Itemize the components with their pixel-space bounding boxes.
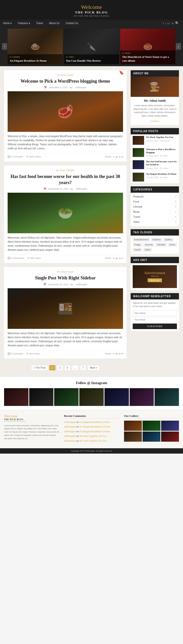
instagram-item[interactable] xyxy=(104,388,129,406)
slider-prev-button[interactable]: ‹ xyxy=(2,43,7,50)
comment-post[interactable]: An Elegant Breakfast At Home xyxy=(79,430,110,433)
comment-post[interactable]: An Elegant Breakfast At Home xyxy=(79,425,110,428)
category-item[interactable]: Travel 9 xyxy=(131,214,179,220)
comment-author[interactable]: SoftHopper xyxy=(64,421,76,423)
share-google-icon[interactable]: g+ xyxy=(116,352,118,355)
pagination-prev[interactable]: « The First xyxy=(31,365,48,370)
gallery-item[interactable] xyxy=(161,432,179,442)
newsletter-name-input[interactable] xyxy=(133,310,177,316)
tag-item[interactable]: Journey xyxy=(143,243,154,247)
tag-item[interactable]: Fashion xyxy=(151,238,162,242)
pagination-page-3[interactable]: 3 xyxy=(64,365,70,370)
post-cat-travel[interactable]: Travel xyxy=(67,74,73,76)
pagination-page-1[interactable]: 1 xyxy=(49,365,55,370)
popular-posts-widget: POPULAR POSTS We Work Together For Fun 0… xyxy=(131,128,179,183)
footer-blog-name: THE PICK BLOG xyxy=(4,418,59,421)
post-cat-food[interactable]: Food xyxy=(59,169,65,172)
pagination-page-7[interactable]: 7 xyxy=(80,365,86,370)
share-facebook-icon[interactable]: f xyxy=(113,352,113,355)
category-item[interactable]: Featured 4 xyxy=(131,194,179,199)
tag-item[interactable]: Video xyxy=(143,248,152,252)
popular-post-title[interactable]: Has fast food become worse for our healt… xyxy=(146,160,177,166)
social-linkedin[interactable]: in xyxy=(172,22,174,25)
popular-post-title[interactable]: We Work Together For Fun xyxy=(146,136,177,139)
category-name: Food xyxy=(133,200,139,203)
newsletter-email-input[interactable] xyxy=(133,317,177,323)
comment-post[interactable]: We Work Together For Fun xyxy=(80,440,107,442)
social-google[interactable]: g+ xyxy=(167,22,170,25)
continue-link[interactable]: Continue xyxy=(150,120,159,122)
comment-author[interactable]: SoftHopper xyxy=(64,440,76,442)
content-area: 🔖 In: Food, Travel Welcome to Pick a Wor… xyxy=(4,70,127,373)
post-views: 👁 443 Views xyxy=(26,352,40,355)
share-linkedin-icon[interactable]: in xyxy=(121,257,123,259)
logo-blog-name: THE PICK BLOG xyxy=(0,10,183,14)
comment-author[interactable]: SoftHopper xyxy=(64,435,76,437)
instagram-item[interactable] xyxy=(130,388,154,406)
nav-about[interactable]: About Us xyxy=(46,20,63,27)
category-item[interactable]: Food 5 xyxy=(131,199,179,204)
share-facebook-icon[interactable]: f xyxy=(113,257,113,259)
post-cat-lifestyle[interactable]: Lifestyle xyxy=(66,169,74,172)
share-pinterest-icon[interactable]: p xyxy=(119,352,120,355)
category-item[interactable]: Music 2 xyxy=(131,209,179,214)
share-twitter-icon[interactable]: t xyxy=(114,352,115,355)
comment-post[interactable]: An Elegant Breakfast At Home xyxy=(79,421,110,423)
comment-author[interactable]: SoftHopper xyxy=(64,430,76,433)
nav-contact[interactable]: Contact Us xyxy=(63,20,81,27)
post-cat-food[interactable]: Food xyxy=(60,74,66,76)
popular-post-title[interactable]: Welcome to Pick a WordPress blogging xyxy=(146,148,177,154)
share-linkedin-icon[interactable]: in xyxy=(121,156,123,158)
category-count: 9 xyxy=(175,216,176,218)
share-google-icon[interactable]: g+ xyxy=(116,257,118,259)
newsletter-subscribe-button[interactable]: SUBSCRIBE xyxy=(133,324,177,329)
popular-post-title[interactable]: An Elegant Breakfast At Home xyxy=(146,173,177,176)
instagram-item[interactable] xyxy=(155,388,179,406)
tag-item[interactable]: Travel xyxy=(133,248,142,252)
post-cat-travel[interactable]: Travel xyxy=(67,271,73,273)
popular-post-item: An Elegant Breakfast At Home 04 May, 201… xyxy=(131,171,179,183)
pagination-next[interactable]: Next » xyxy=(88,365,100,370)
share-twitter-icon[interactable]: t xyxy=(114,156,115,158)
social-facebook[interactable]: f xyxy=(163,22,163,25)
share-pinterest-icon[interactable]: p xyxy=(119,257,120,259)
nav-home[interactable]: Home ▾ xyxy=(0,20,15,27)
share-facebook-icon[interactable]: f xyxy=(113,156,113,158)
instagram-item[interactable] xyxy=(4,388,28,406)
gallery-item[interactable] xyxy=(124,421,142,431)
gallery-item[interactable] xyxy=(143,421,160,431)
nav-travel[interactable]: Travel xyxy=(33,20,46,27)
newsletter-text: Signup for our news letter and get updat… xyxy=(133,301,177,308)
comment-author[interactable]: SoftHopper xyxy=(64,425,76,428)
nav-features[interactable]: Features ▾ xyxy=(15,20,33,27)
tag-item[interactable]: Lifestyle xyxy=(155,243,167,247)
share-twitter-icon[interactable]: t xyxy=(114,257,115,259)
category-item[interactable]: Lifestyle 6 xyxy=(131,204,179,209)
tag-item[interactable]: Entertainment xyxy=(133,238,150,242)
share-linkedin-icon[interactable]: in xyxy=(121,352,123,355)
pagination-page-2[interactable]: 2 xyxy=(57,365,63,370)
gallery-item[interactable] xyxy=(124,432,142,442)
tag-item[interactable]: Music xyxy=(168,243,177,247)
tag-cloud-widget: TAG CLOUDS Entertainment Fashion Gallery… xyxy=(131,229,179,254)
popular-post-thumb xyxy=(133,136,144,145)
post-cat-food[interactable]: Food xyxy=(60,271,66,273)
category-item[interactable]: Video 2 xyxy=(131,220,179,225)
slider-next-button[interactable]: › xyxy=(176,43,181,50)
share-google-icon[interactable]: g+ xyxy=(116,156,118,158)
gallery-item[interactable] xyxy=(143,432,160,442)
gallery-item[interactable] xyxy=(161,421,179,431)
post-date: November 19, 2015 xyxy=(48,283,68,286)
newsletter-title: MAILCHIMP NEWSLETTER xyxy=(131,293,179,299)
tag-item[interactable]: Gallery xyxy=(163,238,174,242)
ad-button[interactable]: Book now xyxy=(148,278,162,282)
instagram-item[interactable] xyxy=(79,388,104,406)
search-icon[interactable]: 🔍 xyxy=(175,21,180,25)
social-twitter[interactable]: t xyxy=(165,22,166,25)
tag-item[interactable]: Image xyxy=(133,243,142,247)
comment-post[interactable]: We Work Together For Fun xyxy=(80,435,107,437)
post-share: Share: f t g+ p in xyxy=(105,257,123,259)
instagram-item[interactable] xyxy=(29,388,54,406)
instagram-item[interactable] xyxy=(54,388,79,406)
share-pinterest-icon[interactable]: p xyxy=(119,156,120,158)
